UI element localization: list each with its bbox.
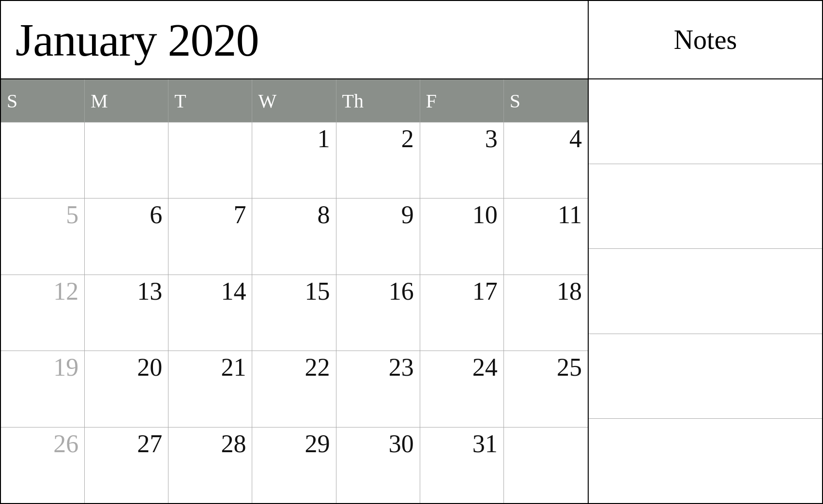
day-header-cell: S	[504, 79, 588, 122]
cell-number: 14	[221, 279, 246, 304]
calendar-cell: 11	[504, 199, 588, 274]
calendar-cell: 2	[336, 122, 420, 198]
calendar-cell: 13	[85, 275, 168, 351]
days-header: SMTWThFS	[1, 79, 588, 122]
cell-number: 24	[472, 355, 498, 380]
calendar-cell: 15	[252, 275, 336, 351]
cell-number: 12	[53, 279, 78, 304]
calendar-row: 0001234	[1, 122, 588, 198]
calendar-cell: 9	[336, 199, 420, 274]
cell-number: 21	[221, 355, 246, 380]
calendar-cell: 29	[252, 428, 336, 503]
cell-number: 27	[137, 431, 162, 457]
notes-rows[interactable]	[589, 79, 822, 503]
cell-number: 25	[557, 355, 582, 380]
cell-number: 26	[53, 431, 78, 457]
cell-number: 23	[389, 355, 414, 380]
calendar-row: 12131415161718	[1, 275, 588, 351]
cell-number: 10	[472, 202, 498, 228]
cell-number: 11	[558, 202, 582, 228]
calendar-title: January 2020	[15, 13, 259, 67]
calendar-cell: 0	[168, 122, 252, 198]
notes-row[interactable]	[589, 79, 822, 164]
cell-number: 22	[305, 355, 330, 380]
calendar-cell: 26	[1, 428, 85, 503]
calendar-cell: 30	[336, 428, 420, 503]
calendar-cell: 16	[336, 275, 420, 351]
cell-number: 18	[557, 279, 582, 304]
day-header-cell: F	[420, 79, 504, 122]
cell-number: 4	[569, 126, 582, 152]
notes-row[interactable]	[589, 164, 822, 248]
notes-title: Notes	[674, 24, 737, 55]
calendar-cell: 3	[420, 122, 504, 198]
day-header-cell: Th	[336, 79, 420, 122]
cell-number: 30	[389, 431, 414, 457]
cell-number: 0	[569, 431, 582, 457]
cell-number: 3	[485, 126, 498, 152]
calendar-cell: 5	[1, 199, 85, 274]
calendar-cell: 24	[420, 351, 504, 427]
calendar-cell: 25	[504, 351, 588, 427]
day-header-cell: S	[1, 79, 85, 122]
cell-number: 16	[389, 279, 414, 304]
notes-row[interactable]	[589, 334, 822, 418]
calendar-cell: 4	[504, 122, 588, 198]
cell-number: 5	[66, 202, 78, 228]
calendar-cell: 28	[168, 428, 252, 503]
calendar-header: January 2020	[1, 1, 588, 79]
calendar-grid: 0001234567891011121314151617181920212223…	[1, 122, 588, 503]
calendar-cell: 1	[252, 122, 336, 198]
calendar-cell: 18	[504, 275, 588, 351]
cell-number: 17	[472, 279, 498, 304]
cell-number: 0	[150, 126, 162, 152]
notes-panel: Notes	[589, 1, 822, 503]
calendar-cell: 20	[85, 351, 168, 427]
calendar-cell: 0	[1, 122, 85, 198]
day-header-cell: T	[168, 79, 252, 122]
calendar-main: January 2020 SMTWThFS 000123456789101112…	[1, 1, 589, 503]
cell-number: 31	[472, 431, 498, 457]
calendar-row: 2627282930310	[1, 427, 588, 503]
calendar-cell: 6	[85, 199, 168, 274]
day-header-cell: W	[252, 79, 336, 122]
calendar-cell: 0	[85, 122, 168, 198]
calendar-row: 19202122232425	[1, 351, 588, 427]
calendar-cell: 10	[420, 199, 504, 274]
cell-number: 7	[233, 202, 246, 228]
calendar-cell: 12	[1, 275, 85, 351]
calendar-wrapper: January 2020 SMTWThFS 000123456789101112…	[0, 0, 823, 504]
calendar-row: 567891011	[1, 198, 588, 274]
calendar-cell: 19	[1, 351, 85, 427]
cell-number: 2	[401, 126, 414, 152]
notes-row[interactable]	[589, 248, 822, 333]
calendar-cell: 22	[252, 351, 336, 427]
cell-number: 8	[318, 202, 330, 228]
notes-header: Notes	[589, 1, 822, 79]
calendar-cell: 17	[420, 275, 504, 351]
calendar-cell: 8	[252, 199, 336, 274]
calendar-cell: 27	[85, 428, 168, 503]
cell-number: 13	[137, 279, 162, 304]
cell-number: 19	[53, 355, 78, 380]
calendar-cell: 21	[168, 351, 252, 427]
notes-row[interactable]	[589, 418, 822, 503]
cell-number: 29	[305, 431, 330, 457]
calendar-cell: 0	[504, 428, 588, 503]
calendar-cell: 31	[420, 428, 504, 503]
cell-number: 0	[233, 126, 246, 152]
cell-number: 20	[137, 355, 162, 380]
calendar-cell: 14	[168, 275, 252, 351]
calendar-cell: 23	[336, 351, 420, 427]
cell-number: 6	[150, 202, 162, 228]
day-header-cell: M	[85, 79, 168, 122]
cell-number: 28	[221, 431, 246, 457]
cell-number: 0	[66, 126, 78, 152]
cell-number: 1	[318, 126, 330, 152]
cell-number: 15	[305, 279, 330, 304]
calendar-cell: 7	[168, 199, 252, 274]
cell-number: 9	[401, 202, 414, 228]
